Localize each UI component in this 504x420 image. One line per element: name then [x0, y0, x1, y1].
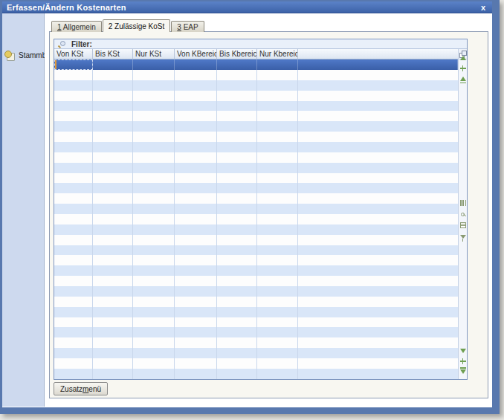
table-row[interactable] — [54, 142, 458, 152]
table-row[interactable] — [54, 101, 458, 112]
table-row[interactable] — [54, 91, 458, 101]
grid-columns-area: Von KStBis KStNur KStVon KBereichBis Kbe… — [54, 49, 458, 379]
grid-cell — [257, 132, 298, 142]
grid-cell — [93, 152, 133, 163]
grid-cell — [217, 358, 257, 369]
grid-cell — [257, 163, 298, 173]
export-icon[interactable] — [459, 222, 467, 229]
table-row[interactable] — [54, 173, 458, 184]
table-row[interactable] — [54, 348, 458, 358]
grid-cell — [133, 297, 175, 307]
table-row[interactable] — [54, 204, 458, 214]
grid-cell — [217, 59, 257, 70]
grid-cell — [133, 59, 175, 70]
tab-zulaessige-kost[interactable]: 2 Zulässige KoSt — [103, 19, 171, 32]
table-row[interactable] — [54, 70, 458, 80]
close-icon[interactable]: x — [479, 2, 488, 13]
table-row[interactable] — [54, 297, 458, 307]
table-row[interactable] — [54, 80, 458, 91]
grid-cell — [175, 235, 217, 245]
grid-cell — [93, 70, 133, 80]
selected-row[interactable] — [54, 59, 458, 70]
table-row[interactable] — [54, 224, 458, 235]
table-row[interactable] — [54, 132, 458, 142]
table-row[interactable] — [54, 245, 458, 256]
grid-cell — [298, 214, 458, 224]
scroll-up-icon[interactable] — [459, 54, 467, 62]
tab-allgemein[interactable]: 1 Allgemein — [51, 21, 102, 32]
grid-cell — [257, 152, 298, 163]
filter-magnifier-icon[interactable] — [58, 40, 65, 48]
column-header[interactable]: Nur Kbereich — [257, 49, 298, 59]
grid-cell — [54, 327, 93, 337]
column-header[interactable]: Nur KSt — [133, 49, 175, 59]
table-row[interactable] — [54, 307, 458, 317]
grid-cell — [54, 297, 93, 307]
grid-cell — [217, 265, 257, 276]
grid-cell — [257, 91, 298, 101]
grid-cell — [298, 327, 458, 337]
table-row[interactable] — [54, 255, 458, 265]
column-header[interactable]: Von KSt — [54, 49, 93, 59]
insert-row-icon[interactable] — [459, 65, 467, 72]
tab-eap[interactable]: 3 EAP — [171, 21, 204, 32]
column-layout-icon[interactable] — [459, 199, 467, 207]
grid-cell — [257, 327, 298, 337]
column-header[interactable]: Von KBereich — [175, 49, 217, 59]
table-row[interactable] — [54, 214, 458, 224]
page-up-icon[interactable] — [459, 75, 467, 83]
table-row[interactable] — [54, 337, 458, 348]
grid-cell — [93, 286, 133, 297]
grid-cell — [133, 276, 175, 286]
grid-cell — [54, 286, 93, 297]
table-row[interactable] — [54, 163, 458, 173]
grid-cell — [298, 337, 458, 348]
zusatzmenu-button[interactable]: Zusatzmenü — [54, 382, 108, 395]
append-row-icon[interactable] — [459, 358, 467, 365]
grid-cell — [93, 327, 133, 337]
table-row[interactable] — [54, 183, 458, 193]
grid-cell — [93, 297, 133, 307]
table-row[interactable] — [54, 193, 458, 204]
data-grid: Filter: Von KStBis KStNur KStVon KBereic… — [54, 39, 468, 380]
focused-edit-cell[interactable] — [54, 59, 93, 70]
table-row[interactable] — [54, 121, 458, 132]
grid-cell — [257, 142, 298, 152]
button-label-pre: Zusatz — [60, 385, 83, 393]
table-row[interactable] — [54, 358, 458, 369]
grid-cell — [133, 80, 175, 91]
grid-cell — [133, 91, 175, 101]
grid-cell — [133, 265, 175, 276]
table-row[interactable] — [54, 111, 458, 121]
button-label-post: enü — [88, 385, 101, 393]
tab-label: 2 Zulässige KoSt — [109, 22, 165, 30]
table-row[interactable] — [54, 235, 458, 245]
table-row[interactable] — [54, 286, 458, 297]
search-icon[interactable] — [459, 210, 467, 218]
grid-cell — [298, 317, 458, 328]
column-header[interactable]: Bis KSt — [93, 49, 133, 59]
main-area: 1 Allgemein 2 Zulässige KoSt 3 EAP Filte… — [45, 13, 492, 407]
grid-cell — [133, 132, 175, 142]
dialog-body: Stammblatt 1 Allgemein 2 Zulässige KoSt … — [2, 13, 492, 407]
tab-page-panel: Filter: Von KStBis KStNur KStVon KBereic… — [49, 31, 488, 398]
grid-cell — [133, 152, 175, 163]
grid-cell — [133, 163, 175, 173]
grid-cell — [175, 255, 217, 265]
grid-cell — [175, 70, 217, 80]
grid-cell — [93, 337, 133, 348]
table-row[interactable] — [54, 327, 458, 337]
table-row[interactable] — [54, 317, 458, 328]
table-row[interactable] — [54, 276, 458, 286]
table-row[interactable] — [54, 152, 458, 163]
table-row[interactable] — [54, 265, 458, 276]
grid-cell — [257, 59, 298, 70]
page-down-icon[interactable] — [459, 368, 467, 375]
table-row[interactable] — [54, 369, 458, 379]
sidebar-item-stammblatt[interactable]: Stammblatt — [2, 49, 44, 62]
grid-cell — [217, 245, 257, 256]
grid-cell — [175, 183, 217, 193]
scroll-down-icon[interactable] — [459, 347, 467, 355]
column-header[interactable]: Bis Kbereich — [217, 49, 257, 59]
filter-icon[interactable] — [459, 233, 467, 240]
